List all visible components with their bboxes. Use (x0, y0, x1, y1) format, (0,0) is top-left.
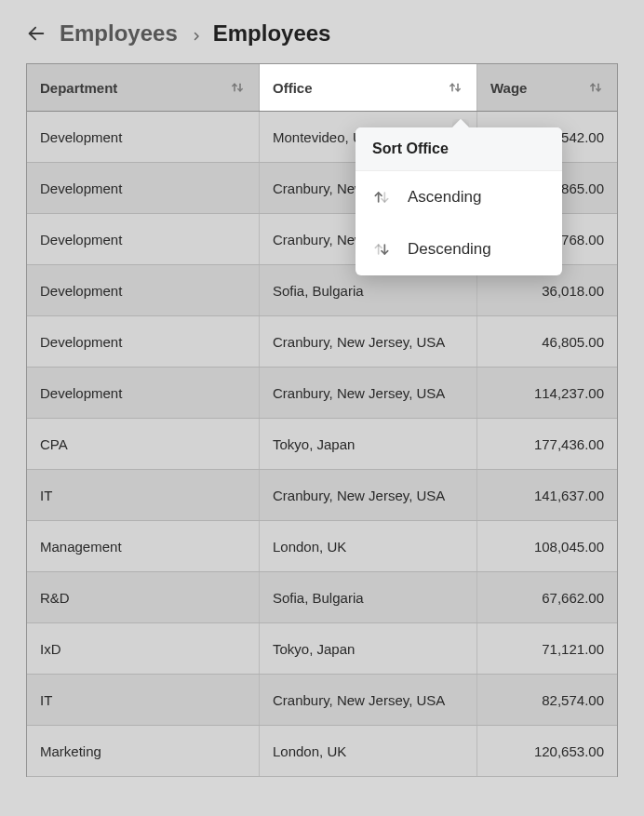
table-row[interactable]: MarketingLondon, UK120,653.00 (27, 726, 617, 777)
cell-wage: 67,662.00 (477, 572, 617, 622)
column-header-label: Wage (490, 80, 527, 96)
table-row[interactable]: IxDTokyo, Japan71,121.00 (27, 623, 617, 675)
cell-office: Cranbury, New Jersey, USA (260, 675, 477, 725)
breadcrumb-previous[interactable]: Employees (60, 20, 178, 47)
cell-wage: 141,637.00 (477, 470, 617, 520)
table-row[interactable]: ITCranbury, New Jersey, USA141,637.00 (27, 470, 617, 521)
column-header-wage[interactable]: Wage (477, 64, 617, 111)
cell-office: Cranbury, New Jersey, USA (260, 316, 477, 367)
column-header-office[interactable]: Office (260, 64, 477, 111)
cell-office: Tokyo, Japan (260, 623, 477, 674)
cell-department: IT (27, 470, 260, 520)
table-row[interactable]: DevelopmentCranbury, New Jersey, USA46,8… (27, 316, 617, 368)
sort-popover-title: Sort Office (356, 127, 562, 171)
sort-descending-icon (372, 240, 391, 259)
cell-office: London, UK (260, 521, 477, 571)
cell-office: Cranbury, New Jersey, USA (260, 470, 477, 520)
sort-ascending-icon (372, 188, 391, 207)
cell-wage: 71,121.00 (477, 623, 617, 674)
cell-department: Development (27, 112, 260, 162)
table-row[interactable]: ManagementLondon, UK108,045.00 (27, 521, 617, 572)
cell-office: Sofia, Bulgaria (260, 572, 477, 622)
cell-office: Tokyo, Japan (260, 419, 477, 469)
cell-department: CPA (27, 419, 260, 469)
breadcrumb-current: Employees (213, 20, 331, 47)
table-row[interactable]: CPATokyo, Japan177,436.00 (27, 419, 617, 470)
cell-wage: 120,653.00 (477, 726, 617, 776)
cell-department: Development (27, 214, 260, 264)
sort-option-label: Ascending (408, 188, 481, 207)
sort-popover: Sort Office Ascending Descending (356, 127, 562, 275)
cell-department: IT (27, 675, 260, 725)
chevron-right-icon (191, 29, 200, 38)
popover-caret-icon (452, 119, 469, 128)
table-row[interactable]: R&DSofia, Bulgaria67,662.00 (27, 572, 617, 623)
cell-department: Development (27, 368, 260, 418)
cell-wage: 114,237.00 (477, 368, 617, 418)
column-header-department[interactable]: Department (27, 64, 260, 111)
sort-icon (447, 79, 463, 96)
table-row[interactable]: DevelopmentCranbury, New Jersey, USA114,… (27, 368, 617, 419)
sort-icon (229, 79, 246, 96)
cell-wage: 108,045.00 (477, 521, 617, 571)
cell-department: R&D (27, 572, 260, 622)
cell-office: Cranbury, New Jersey, USA (260, 368, 477, 418)
table-header-row: Department Office Wage (27, 64, 617, 112)
cell-department: Development (27, 265, 260, 315)
sort-ascending-button[interactable]: Ascending (356, 171, 562, 223)
cell-department: IxD (27, 623, 260, 674)
cell-department: Development (27, 316, 260, 367)
sort-descending-button[interactable]: Descending (356, 223, 562, 275)
cell-department: Development (27, 163, 260, 213)
table-row[interactable]: ITCranbury, New Jersey, USA82,574.00 (27, 675, 617, 726)
cell-office: London, UK (260, 726, 477, 776)
column-header-label: Department (40, 80, 117, 96)
cell-wage: 46,805.00 (477, 316, 617, 367)
back-arrow-icon[interactable] (26, 23, 47, 44)
sort-option-label: Descending (408, 240, 491, 259)
cell-department: Management (27, 521, 260, 571)
column-header-label: Office (273, 80, 313, 96)
sort-icon (587, 79, 604, 96)
cell-wage: 177,436.00 (477, 419, 617, 469)
breadcrumb: Employees Employees (0, 0, 644, 63)
cell-wage: 82,574.00 (477, 675, 617, 725)
cell-department: Marketing (27, 726, 260, 776)
